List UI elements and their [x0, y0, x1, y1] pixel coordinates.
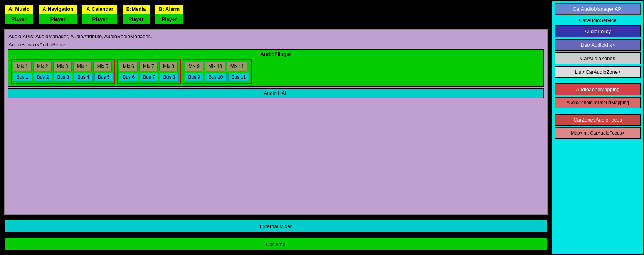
bus-6: Bus 6 [119, 73, 138, 82]
mix-10: Mix 10 [205, 62, 225, 71]
bus-10: Bus 10 [205, 73, 226, 82]
car-audio-zones-box: CarAudioZones [555, 52, 641, 64]
audio-hal-section: Audio HAL [8, 88, 544, 98]
main-diagram: A: Music Player A:Navigation Player A:Ca… [0, 0, 552, 255]
car-zones-audio-focus-label: CarZonesAudioFocus [573, 117, 622, 123]
player-music-label: A: Music [5, 5, 33, 14]
player-calendar-body: Player [82, 14, 117, 24]
audio-hal-label: Audio HAL [264, 90, 288, 96]
player-navigation-body: Player [39, 14, 77, 24]
bus-8: Bus 8 [160, 73, 179, 82]
map-car-audio-focus-label: Map<int, CarAudioFocus> [571, 130, 624, 136]
bus-11: Bus 11 [228, 73, 249, 82]
list-car-audio-zone-label: List<CarAudioZone> [575, 69, 620, 75]
mix-11: Mix 11 [227, 62, 247, 71]
mix-2: Mix 2 [33, 62, 52, 71]
car-audio-service-label: CarAudioService [555, 17, 641, 24]
mix-7: Mix 7 [139, 62, 158, 71]
mix-row-2: Mix 6 Mix 7 Mix 8 [119, 62, 178, 71]
gap-2 [555, 110, 641, 112]
mix-1: Mix 1 [13, 62, 32, 71]
player-alarm-label: B: Alarm [155, 5, 183, 14]
external-mixer-label: External Mixer [260, 223, 292, 229]
zone-group-3: Mix 9 Mix 10 Mix 11 Bus 9 Bus 10 Bus 11 [183, 59, 252, 84]
player-calendar-label: A:Calendar [82, 5, 117, 14]
bus-row-3: Bus 9 Bus 10 Bus 11 [185, 73, 249, 82]
mix-3: Mix 3 [53, 62, 72, 71]
bus-7: Bus 7 [140, 73, 158, 82]
bus-5: Bus 5 [94, 73, 113, 82]
mix-buses-wrapper: Mix 1 Mix 2 Mix 3 Mix 4 Mix 5 Bus 1 Bus … [11, 59, 541, 84]
gap-1 [555, 79, 641, 82]
player-music-body: Player [5, 14, 33, 24]
list-audio-mix-label: List<AudioMix> [581, 42, 615, 48]
audio-flinger-label: AudioFlinger [11, 51, 541, 57]
car-audio-manager-api-label: CarAudioManager API [573, 6, 622, 12]
bus-row-1: Bus 1 Bus 2 Bus 3 Bus 4 Bus 5 [13, 73, 113, 82]
zone-group-2: Mix 6 Mix 7 Mix 8 Bus 6 Bus 7 Bus 8 [117, 59, 181, 84]
arch-container: Audio APIs: AudioManager, AudioAttribute… [4, 29, 548, 215]
mix-4: Mix 4 [73, 62, 92, 71]
audio-policy-box: AudioPolicy [555, 25, 641, 37]
player-alarm: B: Alarm Player [154, 4, 184, 25]
players-row: A: Music Player A:Navigation Player A:Ca… [4, 4, 548, 25]
player-navigation: A:Navigation Player [38, 4, 78, 25]
bus-row-2: Bus 6 Bus 7 Bus 8 [119, 73, 178, 82]
mix-8: Mix 8 [159, 62, 178, 71]
audio-service-label: AudioService/AudioServer [8, 41, 544, 49]
map-car-audio-focus-box: Map<int, CarAudioFocus> [555, 127, 641, 139]
mix-6: Mix 6 [119, 62, 138, 71]
list-audio-mix-box: List<AudioMix> [555, 39, 641, 51]
right-panel: CarAudioManager API CarAudioService Audi… [552, 0, 644, 255]
car-audio-zones-label: CarAudioZones [580, 56, 615, 61]
external-mixer-section: External Mixer [4, 220, 548, 233]
player-media-body: Player [123, 14, 150, 24]
player-media: B:Media Player [122, 4, 151, 25]
car-audio-manager-api-box: CarAudioManager API [555, 3, 641, 15]
audio-apis-label: Audio APIs: AudioManager, AudioAttribute… [8, 32, 544, 41]
audio-zone-mapping-box: AudioZoneMapping [555, 83, 641, 95]
audio-policy-label: AudioPolicy [585, 29, 611, 34]
mix-9: Mix 9 [185, 62, 203, 71]
list-car-audio-zone-box: List<CarAudioZone> [555, 66, 641, 78]
audio-zone-mapping-label: AudioZoneMapping [576, 86, 620, 92]
car-amp-label: Car Amp [266, 241, 286, 247]
bus-9: Bus 9 [185, 73, 204, 82]
player-navigation-label: A:Navigation [39, 5, 77, 14]
bus-4: Bus 4 [74, 73, 93, 82]
bus-2: Bus 2 [34, 73, 52, 82]
zone-group-1: Mix 1 Mix 2 Mix 3 Mix 4 Mix 5 Bus 1 Bus … [11, 59, 115, 84]
bus-1: Bus 1 [13, 73, 32, 82]
player-music: A: Music Player [4, 4, 34, 25]
mix-row-1: Mix 1 Mix 2 Mix 3 Mix 4 Mix 5 [13, 62, 113, 71]
car-amp-section: Car Amp [4, 238, 548, 251]
audio-zone-id-mapping-label: AudioZoneIdToUserIdMapping [567, 100, 629, 105]
bus-3: Bus 3 [54, 73, 72, 82]
player-media-label: B:Media [123, 5, 150, 14]
audio-zone-id-mapping-box: AudioZoneIdToUserIdMapping [555, 97, 641, 108]
player-calendar: A:Calendar Player [82, 4, 118, 25]
player-alarm-body: Player [155, 14, 183, 24]
mix-5: Mix 5 [93, 62, 112, 71]
mix-row-3: Mix 9 Mix 10 Mix 11 [185, 62, 249, 71]
audio-flinger-section: AudioFlinger Mix 1 Mix 2 Mix 3 Mix 4 Mix… [8, 49, 544, 87]
car-zones-audio-focus-box: CarZonesAudioFocus [555, 114, 641, 126]
